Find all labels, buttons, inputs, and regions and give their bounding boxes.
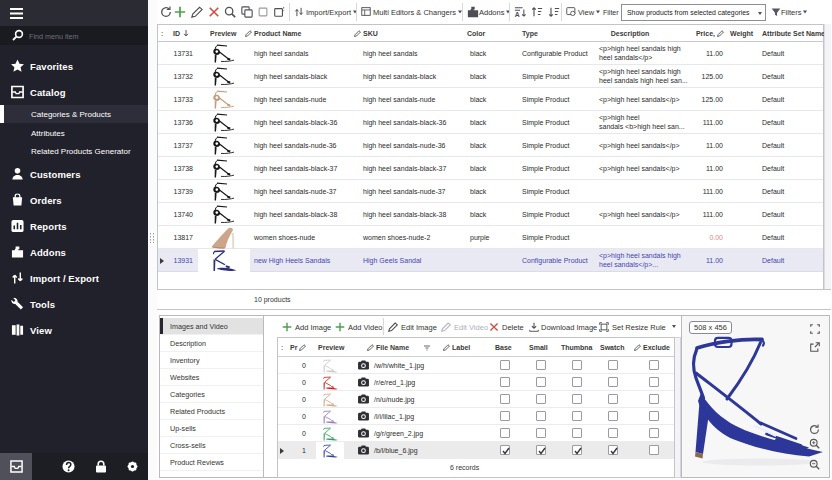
svg-text:A: A [515,11,520,18]
